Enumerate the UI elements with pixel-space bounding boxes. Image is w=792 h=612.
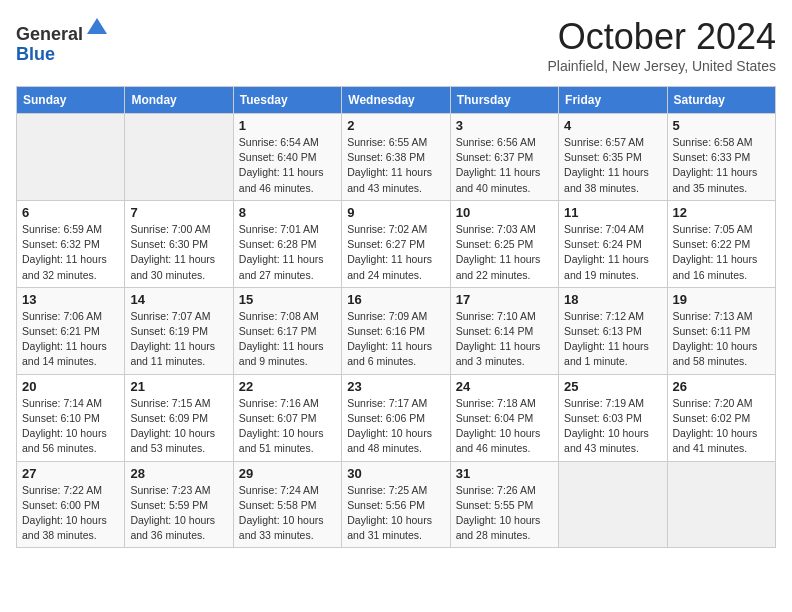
day-info: Sunrise: 6:57 AM Sunset: 6:35 PM Dayligh… [564, 135, 661, 196]
day-number: 14 [130, 292, 227, 307]
day-info: Sunrise: 7:17 AM Sunset: 6:06 PM Dayligh… [347, 396, 444, 457]
day-of-week-header: Friday [559, 87, 667, 114]
calendar-cell: 29Sunrise: 7:24 AM Sunset: 5:58 PM Dayli… [233, 461, 341, 548]
day-number: 3 [456, 118, 553, 133]
day-number: 8 [239, 205, 336, 220]
day-number: 19 [673, 292, 770, 307]
day-number: 25 [564, 379, 661, 394]
day-info: Sunrise: 6:54 AM Sunset: 6:40 PM Dayligh… [239, 135, 336, 196]
day-info: Sunrise: 7:10 AM Sunset: 6:14 PM Dayligh… [456, 309, 553, 370]
day-number: 17 [456, 292, 553, 307]
calendar-cell: 7Sunrise: 7:00 AM Sunset: 6:30 PM Daylig… [125, 200, 233, 287]
day-info: Sunrise: 6:55 AM Sunset: 6:38 PM Dayligh… [347, 135, 444, 196]
day-of-week-header: Saturday [667, 87, 775, 114]
day-info: Sunrise: 7:07 AM Sunset: 6:19 PM Dayligh… [130, 309, 227, 370]
day-info: Sunrise: 7:02 AM Sunset: 6:27 PM Dayligh… [347, 222, 444, 283]
title-area: October 2024 Plainfield, New Jersey, Uni… [547, 16, 776, 74]
day-info: Sunrise: 7:26 AM Sunset: 5:55 PM Dayligh… [456, 483, 553, 544]
day-info: Sunrise: 6:58 AM Sunset: 6:33 PM Dayligh… [673, 135, 770, 196]
calendar-cell: 26Sunrise: 7:20 AM Sunset: 6:02 PM Dayli… [667, 374, 775, 461]
day-number: 16 [347, 292, 444, 307]
svg-marker-0 [87, 18, 107, 34]
calendar-cell: 4Sunrise: 6:57 AM Sunset: 6:35 PM Daylig… [559, 114, 667, 201]
day-info: Sunrise: 7:01 AM Sunset: 6:28 PM Dayligh… [239, 222, 336, 283]
calendar-cell [17, 114, 125, 201]
calendar-cell: 6Sunrise: 6:59 AM Sunset: 6:32 PM Daylig… [17, 200, 125, 287]
calendar-cell: 30Sunrise: 7:25 AM Sunset: 5:56 PM Dayli… [342, 461, 450, 548]
calendar-cell: 22Sunrise: 7:16 AM Sunset: 6:07 PM Dayli… [233, 374, 341, 461]
calendar-cell: 28Sunrise: 7:23 AM Sunset: 5:59 PM Dayli… [125, 461, 233, 548]
day-number: 31 [456, 466, 553, 481]
calendar-cell: 2Sunrise: 6:55 AM Sunset: 6:38 PM Daylig… [342, 114, 450, 201]
day-of-week-header: Wednesday [342, 87, 450, 114]
calendar-cell: 20Sunrise: 7:14 AM Sunset: 6:10 PM Dayli… [17, 374, 125, 461]
day-number: 7 [130, 205, 227, 220]
day-info: Sunrise: 7:04 AM Sunset: 6:24 PM Dayligh… [564, 222, 661, 283]
day-of-week-header: Sunday [17, 87, 125, 114]
calendar-cell: 24Sunrise: 7:18 AM Sunset: 6:04 PM Dayli… [450, 374, 558, 461]
day-info: Sunrise: 7:06 AM Sunset: 6:21 PM Dayligh… [22, 309, 119, 370]
day-number: 15 [239, 292, 336, 307]
day-number: 4 [564, 118, 661, 133]
logo-text-general: General [16, 24, 83, 44]
month-title: October 2024 [547, 16, 776, 58]
day-info: Sunrise: 6:56 AM Sunset: 6:37 PM Dayligh… [456, 135, 553, 196]
day-number: 2 [347, 118, 444, 133]
day-number: 20 [22, 379, 119, 394]
day-number: 11 [564, 205, 661, 220]
calendar-body: 1Sunrise: 6:54 AM Sunset: 6:40 PM Daylig… [17, 114, 776, 548]
calendar-cell: 3Sunrise: 6:56 AM Sunset: 6:37 PM Daylig… [450, 114, 558, 201]
calendar-cell: 25Sunrise: 7:19 AM Sunset: 6:03 PM Dayli… [559, 374, 667, 461]
day-number: 9 [347, 205, 444, 220]
calendar-cell: 17Sunrise: 7:10 AM Sunset: 6:14 PM Dayli… [450, 287, 558, 374]
day-info: Sunrise: 7:03 AM Sunset: 6:25 PM Dayligh… [456, 222, 553, 283]
calendar-cell: 10Sunrise: 7:03 AM Sunset: 6:25 PM Dayli… [450, 200, 558, 287]
calendar-cell: 23Sunrise: 7:17 AM Sunset: 6:06 PM Dayli… [342, 374, 450, 461]
calendar-cell: 9Sunrise: 7:02 AM Sunset: 6:27 PM Daylig… [342, 200, 450, 287]
day-info: Sunrise: 7:24 AM Sunset: 5:58 PM Dayligh… [239, 483, 336, 544]
location-subtitle: Plainfield, New Jersey, United States [547, 58, 776, 74]
day-info: Sunrise: 7:25 AM Sunset: 5:56 PM Dayligh… [347, 483, 444, 544]
logo-icon [85, 16, 109, 40]
calendar-cell: 21Sunrise: 7:15 AM Sunset: 6:09 PM Dayli… [125, 374, 233, 461]
day-info: Sunrise: 7:15 AM Sunset: 6:09 PM Dayligh… [130, 396, 227, 457]
day-number: 18 [564, 292, 661, 307]
day-number: 24 [456, 379, 553, 394]
day-number: 30 [347, 466, 444, 481]
day-info: Sunrise: 6:59 AM Sunset: 6:32 PM Dayligh… [22, 222, 119, 283]
calendar-cell: 15Sunrise: 7:08 AM Sunset: 6:17 PM Dayli… [233, 287, 341, 374]
day-number: 5 [673, 118, 770, 133]
day-number: 28 [130, 466, 227, 481]
calendar-table: SundayMondayTuesdayWednesdayThursdayFrid… [16, 86, 776, 548]
day-info: Sunrise: 7:18 AM Sunset: 6:04 PM Dayligh… [456, 396, 553, 457]
day-info: Sunrise: 7:22 AM Sunset: 6:00 PM Dayligh… [22, 483, 119, 544]
day-number: 6 [22, 205, 119, 220]
day-info: Sunrise: 7:19 AM Sunset: 6:03 PM Dayligh… [564, 396, 661, 457]
day-number: 1 [239, 118, 336, 133]
day-info: Sunrise: 7:05 AM Sunset: 6:22 PM Dayligh… [673, 222, 770, 283]
calendar-cell: 27Sunrise: 7:22 AM Sunset: 6:00 PM Dayli… [17, 461, 125, 548]
day-info: Sunrise: 7:14 AM Sunset: 6:10 PM Dayligh… [22, 396, 119, 457]
day-number: 23 [347, 379, 444, 394]
calendar-week-row: 13Sunrise: 7:06 AM Sunset: 6:21 PM Dayli… [17, 287, 776, 374]
page-header: General Blue October 2024 Plainfield, Ne… [16, 16, 776, 74]
logo-text-blue: Blue [16, 44, 55, 64]
day-number: 29 [239, 466, 336, 481]
calendar-cell [559, 461, 667, 548]
calendar-header-row: SundayMondayTuesdayWednesdayThursdayFrid… [17, 87, 776, 114]
calendar-cell [667, 461, 775, 548]
day-info: Sunrise: 7:08 AM Sunset: 6:17 PM Dayligh… [239, 309, 336, 370]
day-of-week-header: Thursday [450, 87, 558, 114]
calendar-cell: 12Sunrise: 7:05 AM Sunset: 6:22 PM Dayli… [667, 200, 775, 287]
calendar-week-row: 6Sunrise: 6:59 AM Sunset: 6:32 PM Daylig… [17, 200, 776, 287]
day-info: Sunrise: 7:20 AM Sunset: 6:02 PM Dayligh… [673, 396, 770, 457]
day-number: 27 [22, 466, 119, 481]
day-info: Sunrise: 7:23 AM Sunset: 5:59 PM Dayligh… [130, 483, 227, 544]
day-number: 12 [673, 205, 770, 220]
calendar-cell: 1Sunrise: 6:54 AM Sunset: 6:40 PM Daylig… [233, 114, 341, 201]
calendar-cell: 14Sunrise: 7:07 AM Sunset: 6:19 PM Dayli… [125, 287, 233, 374]
calendar-cell: 16Sunrise: 7:09 AM Sunset: 6:16 PM Dayli… [342, 287, 450, 374]
day-number: 13 [22, 292, 119, 307]
calendar-cell [125, 114, 233, 201]
logo: General Blue [16, 16, 109, 65]
